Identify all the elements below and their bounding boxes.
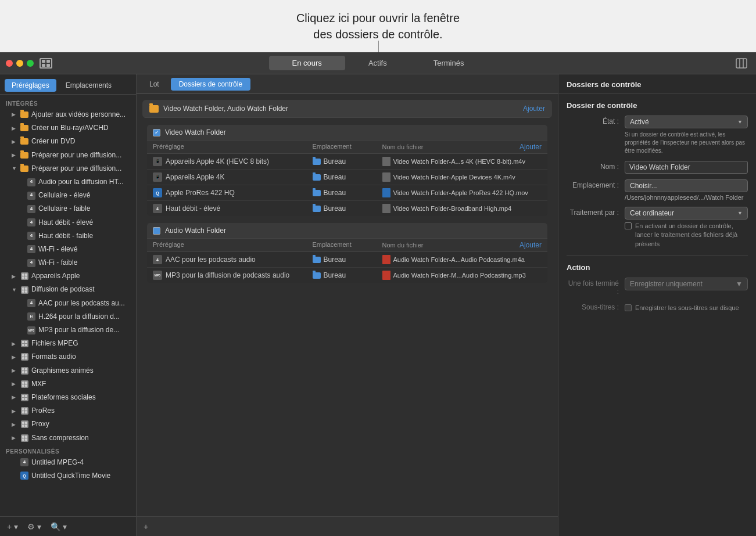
sidebar-item-fichiers-mpeg[interactable]: ▶ Fichiers MPEG	[0, 337, 136, 350]
table-row[interactable]: 4 Haut débit - élevé Bureau Video Watch …	[147, 201, 547, 216]
sidebar-item-graphismes[interactable]: ▶ Graphismes animés	[0, 364, 136, 377]
minimize-button[interactable]	[16, 60, 23, 67]
subtitles-checkbox-row: Enregistrer les sous-titres sur disque	[625, 304, 748, 312]
sidebar-item-audio-ht[interactable]: 4 Audio pour la diffusion HT...	[0, 175, 136, 189]
settings-button[interactable]: ⚙ ▾	[25, 521, 44, 533]
sidebar-item-diffusion-podcast[interactable]: ▼ Diffusion de podcast	[0, 283, 136, 296]
processing-select[interactable]: Cet ordinateur ▼	[625, 207, 748, 220]
location-label: Bureau	[324, 256, 346, 264]
item-label: Ajouter aux vidéos personne...	[31, 109, 126, 120]
sidebar-tree: INTÉGRÉS ▶ Ajouter aux vidéos personne..…	[0, 95, 136, 516]
sidebar-item-prores[interactable]: ▶ ProRes	[0, 404, 136, 418]
arrow-icon: ▶	[12, 420, 19, 429]
sidebar-item-haut-debit-eleve[interactable]: 4 Haut débit - élevé	[0, 216, 136, 229]
content-area: Préréglages Emplacements INTÉGRÉS ▶ Ajou…	[0, 74, 756, 536]
sidebar-item-sans-compression[interactable]: ▶ Sans compression	[0, 431, 136, 445]
svg-rect-1	[46, 60, 50, 63]
sidebar-item-bluray[interactable]: ▶ Créer un Blu-ray/AVCHD	[0, 121, 136, 135]
sidebar-item-h264-podcast[interactable]: H H.264 pour la diffusion d...	[0, 310, 136, 323]
svg-rect-2	[42, 64, 45, 67]
sidebar-item-ajouter-videos[interactable]: ▶ Ajouter aux vidéos personne...	[0, 108, 136, 121]
location-choose-button[interactable]: Choisir...	[625, 179, 748, 192]
sidebar-item-plateformes[interactable]: ▶ Plateformes sociales	[0, 391, 136, 404]
sidebar-item-appareils-apple[interactable]: ▶ Appareils Apple	[0, 269, 136, 283]
add-audio-row-button[interactable]: Ajouter	[519, 241, 542, 249]
processing-value: Cet ordinateur ▼ En activant un dossier …	[625, 207, 748, 249]
arrow-icon: ▶	[12, 353, 19, 361]
sidebar-item-cellulaire-faible[interactable]: 4 Cellulaire - faible	[0, 202, 136, 215]
filename-label: Video Watch Folder-A...s 4K (HEVC 8-bit)…	[393, 158, 525, 165]
video-folder-name: Video Watch Folder	[165, 128, 226, 136]
location-path: /Users/johnnnyappleseed/.../Watch Folder	[625, 194, 748, 201]
section-personnalises: PERSONNALISÉS	[0, 445, 136, 456]
inspector-title: Dossiers de contrôle	[558, 74, 756, 94]
main-panel-tabs: Lot Dossiers de contrôle	[137, 74, 558, 94]
location-cell: Bureau	[313, 173, 382, 181]
arrow-icon: ▶	[12, 393, 19, 401]
filename-label: Audio Watch Folder-A...Audio Podcasting.…	[393, 256, 525, 263]
add-folder-button[interactable]: +	[141, 521, 151, 533]
table-row[interactable]: Q Apple ProRes 422 HQ Bureau Video Watch…	[147, 185, 547, 201]
arrow-icon: ▶	[12, 272, 19, 280]
search-button[interactable]: 🔍 ▾	[48, 521, 69, 533]
add-watch-group-button[interactable]: Ajouter	[523, 105, 545, 113]
video-folder-checkbox[interactable]	[153, 129, 160, 136]
window-icon	[40, 58, 52, 69]
preset-badge-icon: 4	[153, 204, 162, 213]
tab-actifs[interactable]: Actifs	[345, 56, 410, 70]
sidebar-item-wifi-eleve[interactable]: 4 Wi-Fi - élevé	[0, 243, 136, 256]
audio-watch-folder-section: Audio Watch Folder Préréglage Emplacemen…	[147, 223, 547, 283]
col-location: Emplacement	[313, 241, 382, 249]
location-label: Bureau	[324, 204, 346, 213]
table-row[interactable]: 4 AAC pour les podcasts audio Bureau Aud…	[147, 252, 547, 268]
sidebar-item-haut-debit-faible[interactable]: 4 Haut débit - faible	[0, 229, 136, 243]
sidebar-item-formats-audio[interactable]: ▶ Formats audio	[0, 350, 136, 364]
name-input[interactable]	[625, 161, 748, 174]
layout-icon[interactable]	[736, 58, 747, 69]
item-label: Préparer pour une diffusion...	[31, 150, 121, 161]
arrow-icon: ▶	[12, 340, 19, 348]
state-note: Si un dossier de contrôle est activé, le…	[625, 131, 748, 155]
tab-dossiers-controle[interactable]: Dossiers de contrôle	[171, 78, 250, 91]
add-row-button[interactable]: Ajouter	[519, 143, 542, 151]
sidebar-tab-preréglages[interactable]: Préréglages	[5, 79, 56, 92]
sidebar-item-untitled-mpeg4[interactable]: 4 Untitled MPEG-4	[0, 456, 136, 469]
table-row[interactable]: 📱 Appareils Apple 4K (HEVC 8 bits) Burea…	[147, 154, 547, 170]
table-row[interactable]: 📱 Appareils Apple 4K Bureau Video Watch …	[147, 170, 547, 185]
add-preset-button[interactable]: + ▾	[5, 521, 20, 533]
sidebar-item-untitled-quicktime[interactable]: Q Untitled QuickTime Movie	[0, 469, 136, 483]
preset-label: Haut débit - élevé	[166, 204, 220, 213]
badge-icon: 4	[27, 299, 36, 307]
processing-checkbox-label: En activant un dossier de contrôle, lanc…	[635, 222, 748, 249]
location-folder-icon	[313, 257, 321, 263]
sidebar-item-preparer2[interactable]: ▼ Préparer pour une diffusion...	[0, 162, 136, 175]
audio-folder-checkbox[interactable]	[153, 227, 160, 235]
video-table-header: Préréglage Emplacement Nom du fichier Aj…	[147, 141, 547, 154]
arrow-icon: ▶	[12, 151, 19, 159]
processing-label: Traitement par :	[567, 207, 625, 217]
arrow-icon: ▶	[12, 124, 19, 132]
sidebar-item-mxf[interactable]: ▶ MXF	[0, 377, 136, 391]
sidebar-item-preparer1[interactable]: ▶ Préparer pour une diffusion...	[0, 149, 136, 162]
tab-en-cours[interactable]: En cours	[269, 56, 345, 70]
state-select[interactable]: Activé ▼	[625, 116, 748, 128]
fullscreen-button[interactable]	[27, 60, 34, 67]
tab-lot[interactable]: Lot	[141, 78, 167, 91]
sidebar-item-cellulaire-eleve[interactable]: 4 Cellulaire - élevé	[0, 189, 136, 202]
sidebar-item-dvd[interactable]: ▶ Créer un DVD	[0, 135, 136, 148]
tab-termines[interactable]: Terminés	[410, 56, 488, 70]
sidebar-item-mp3-podcast[interactable]: MP3 MP3 pour la diffusion de...	[0, 323, 136, 337]
location-label: Emplacement :	[567, 179, 625, 189]
table-row[interactable]: MP3 MP3 pour la diffusion de podcasts au…	[147, 268, 547, 283]
sidebar-item-aac-podcast[interactable]: 4 AAC pour les podcasts au...	[0, 297, 136, 310]
sidebar-item-wifi-faible[interactable]: 4 Wi-Fi - faible	[0, 256, 136, 269]
sidebar: Préréglages Emplacements INTÉGRÉS ▶ Ajou…	[0, 74, 137, 536]
sidebar-tab-emplacements[interactable]: Emplacements	[59, 79, 119, 92]
sidebar-item-proxy[interactable]: ▶ Proxy	[0, 418, 136, 431]
close-button[interactable]	[6, 60, 13, 67]
processing-checkbox[interactable]	[625, 222, 632, 229]
item-label: Proxy	[31, 419, 49, 430]
grid-icon	[20, 272, 29, 280]
form-row-name: Nom :	[567, 161, 748, 174]
folder-icon	[20, 138, 29, 146]
